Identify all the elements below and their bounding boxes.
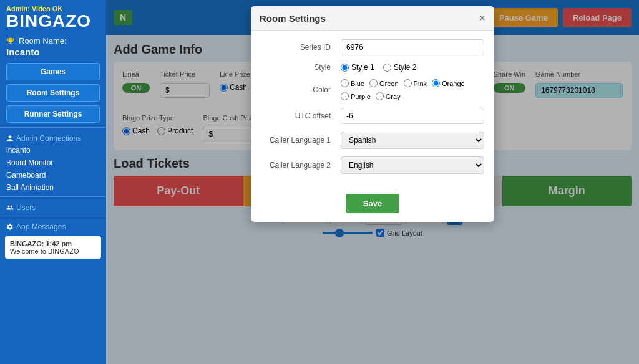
modal-footer: Save: [251, 190, 494, 222]
save-button[interactable]: Save: [346, 194, 399, 213]
users-icon: [6, 204, 14, 211]
style1-option[interactable]: Style 1: [341, 63, 374, 72]
app-messages-label: App Messages: [0, 219, 106, 232]
color-purple-radio[interactable]: [341, 92, 349, 100]
utc-offset-label: UTC offset: [261, 112, 336, 120]
style1-radio[interactable]: [341, 64, 349, 72]
color-radio-group: Blue Green Pink Orange Purple Gray: [341, 79, 484, 100]
style-radio-group: Style 1 Style 2: [341, 63, 416, 72]
style1-label: Style 1: [351, 63, 374, 72]
person-icon: [6, 135, 14, 142]
room-settings-button[interactable]: Room Settings: [6, 84, 100, 102]
room-name-label: Room Name:: [19, 36, 67, 46]
utc-offset-input[interactable]: [341, 108, 484, 124]
caller-lang1-label: Caller Language 1: [261, 136, 336, 145]
style-row: Style Style 1 Style 2: [261, 63, 484, 72]
app-message-box: BINGAZO: 1:42 pm Welcome to BINGAZO: [5, 236, 101, 259]
games-button[interactable]: Games: [6, 63, 100, 80]
sidebar-item-incanto[interactable]: incanto: [0, 144, 106, 156]
settings-icon: [6, 223, 14, 231]
room-name: Incanto: [0, 47, 106, 61]
color-purple-option[interactable]: Purple: [341, 92, 371, 100]
color-blue-radio[interactable]: [341, 79, 349, 87]
trophy-icon: [6, 37, 15, 46]
modal-overlay: Room Settings × Series ID Style Style 1: [106, 0, 639, 364]
caller-lang2-label: Caller Language 2: [261, 161, 336, 170]
color-pink-radio[interactable]: [404, 79, 412, 87]
room-label: Room Name:: [0, 32, 106, 47]
color-green-radio[interactable]: [369, 79, 378, 87]
color-blue-option[interactable]: Blue: [341, 79, 364, 87]
color-pink-option[interactable]: Pink: [404, 79, 427, 87]
color-label: Color: [261, 85, 336, 94]
series-id-input[interactable]: [341, 39, 484, 55]
modal-body: Series ID Style Style 1 Style 2: [251, 31, 494, 190]
style2-option[interactable]: Style 2: [383, 63, 417, 72]
color-orange-radio[interactable]: [432, 79, 440, 87]
style2-label: Style 2: [394, 63, 417, 72]
color-gray-option[interactable]: Gray: [376, 92, 401, 100]
admin-connections-label: Admin Connections: [0, 130, 106, 144]
message-text: Welcome to BINGAZO: [10, 247, 96, 255]
color-orange-option[interactable]: Orange: [432, 79, 465, 87]
utc-offset-row: UTC offset: [261, 108, 484, 124]
runner-settings-button[interactable]: Runner Settings: [6, 105, 100, 123]
sidebar: Admin: Video OK BINGAZO Room Name: Incan…: [0, 0, 106, 364]
caller-lang1-row: Caller Language 1 Spanish English French: [261, 132, 484, 149]
series-id-row: Series ID: [261, 39, 484, 55]
sidebar-item-board-monitor[interactable]: Board Monitor: [0, 156, 106, 169]
sidebar-item-ball-animation[interactable]: Ball Animation: [0, 181, 106, 194]
style2-radio[interactable]: [383, 64, 391, 72]
color-green-option[interactable]: Green: [369, 79, 399, 87]
sidebar-item-gameboard[interactable]: Gameboard: [0, 169, 106, 181]
series-id-label: Series ID: [261, 43, 336, 52]
caller-lang2-row: Caller Language 2 English Spanish French: [261, 156, 484, 174]
sidebar-header: Admin: Video OK BINGAZO: [0, 0, 106, 32]
brand-logo: BINGAZO: [6, 12, 100, 30]
color-gray-radio[interactable]: [376, 92, 384, 100]
style-label: Style: [261, 63, 336, 72]
modal-title: Room Settings: [260, 13, 326, 24]
caller-lang2-select[interactable]: English Spanish French: [341, 156, 484, 174]
users-label: Users: [0, 199, 106, 213]
caller-lang1-select[interactable]: Spanish English French: [341, 132, 484, 149]
modal-close-button[interactable]: ×: [479, 12, 485, 24]
modal-header: Room Settings ×: [251, 6, 494, 31]
message-sender: BINGAZO: 1:42 pm: [10, 240, 96, 247]
color-row: Color Blue Green Pink Orange Purple Gray: [261, 79, 484, 100]
room-settings-modal: Room Settings × Series ID Style Style 1: [251, 6, 494, 222]
